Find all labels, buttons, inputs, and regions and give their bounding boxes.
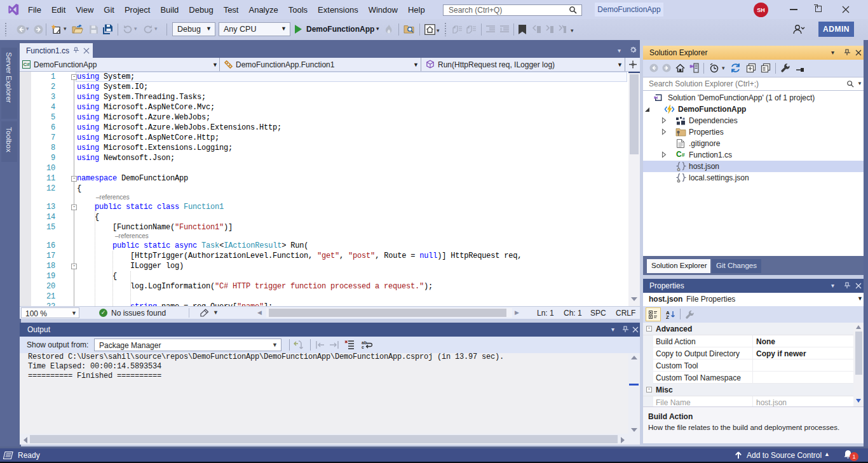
svg-text:ab: ab — [362, 340, 367, 345]
svg-text:c: c — [362, 345, 364, 349]
svg-text:Z: Z — [666, 314, 669, 319]
